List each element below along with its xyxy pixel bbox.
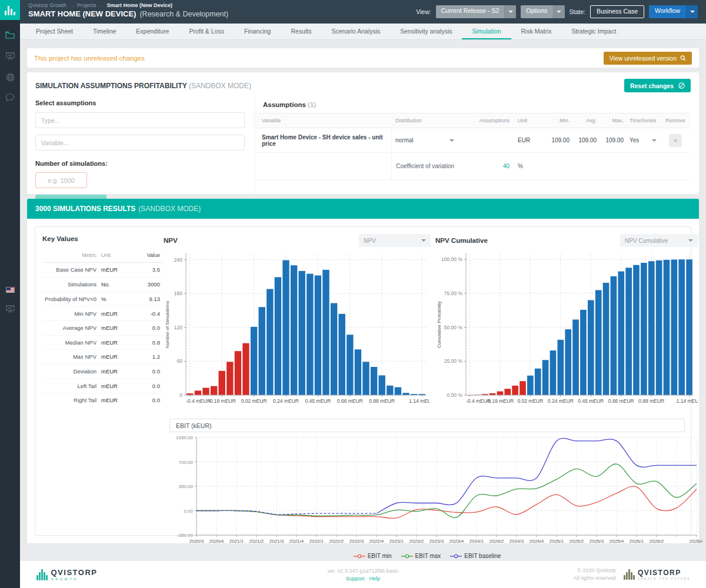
tab-financing[interactable]: Financing <box>234 24 281 39</box>
workflow-button[interactable]: Workflow <box>649 5 698 18</box>
footer-link-help[interactable]: Help <box>369 576 381 582</box>
reset-changes-button[interactable]: Reset changes <box>624 79 691 92</box>
assumptions-table-header: Variable Distribution Assumptions Unit M… <box>255 113 691 128</box>
language-us-flag-icon[interactable] <box>0 281 20 299</box>
projects-folder-icon[interactable] <box>0 26 20 44</box>
remove-assumption-button[interactable]: × <box>669 134 682 147</box>
breadcrumb-item[interactable]: Qvistorp Growth <box>28 2 66 8</box>
options-label: Options <box>521 5 552 18</box>
svg-text:0.66 mEUR: 0.66 mEUR <box>337 398 363 404</box>
results-banner-suffix: (SANDBOX MODE) <box>138 205 201 213</box>
assumption-variable: Smart Home Device - SH device sales - un… <box>255 128 392 152</box>
svg-text:2022/3: 2022/3 <box>349 539 364 544</box>
svg-text:75.00 %: 75.00 % <box>444 290 463 296</box>
chevron-down-icon <box>553 5 565 18</box>
tab-simulation[interactable]: Simulation <box>462 24 511 39</box>
chat-icon[interactable] <box>0 88 20 106</box>
num-simulations-label: Number of simulations: <box>35 160 245 167</box>
svg-text:350.00: 350.00 <box>179 484 194 489</box>
results-banner: 3000 SIMULATIONS RESULTS (SANDBOX MODE) <box>27 199 699 219</box>
chevron-down-icon <box>504 5 516 18</box>
svg-text:700.00: 700.00 <box>179 460 194 465</box>
key-value-row: Base Case NPVmEUR3.6 <box>42 263 162 278</box>
num-simulations-input[interactable] <box>35 172 87 188</box>
sidebar <box>0 0 20 588</box>
svg-text:2022/4: 2022/4 <box>369 539 384 544</box>
ebit-legend: EBIT min EBIT max EBIT baseline <box>169 553 685 559</box>
view-unreleased-button[interactable]: View unreleased version <box>604 52 692 65</box>
svg-text:60: 60 <box>177 358 183 364</box>
svg-text:2025/3: 2025/3 <box>590 539 604 544</box>
chevron-down-icon <box>686 5 698 18</box>
globe-icon[interactable] <box>0 68 20 86</box>
app-logo-icon[interactable] <box>0 0 20 20</box>
npv-chart-select[interactable]: NPV <box>359 234 431 247</box>
presentation-bottom-icon[interactable] <box>0 300 20 318</box>
svg-text:2021/1: 2021/1 <box>229 539 244 544</box>
assumption-avg: 109.00 <box>572 137 599 143</box>
tab-bar: Project SheetTimelineExpenditureProfit &… <box>20 24 706 40</box>
svg-text:2023/2: 2023/2 <box>409 539 424 544</box>
svg-text:0.45 mEUR: 0.45 mEUR <box>305 398 331 404</box>
legend-item[interactable]: EBIT max <box>401 553 441 559</box>
tab-timeline[interactable]: Timeline <box>83 24 126 39</box>
legend-item[interactable]: EBIT baseline <box>450 553 501 559</box>
tab-results[interactable]: Results <box>281 24 321 39</box>
svg-text:2022/1: 2022/1 <box>309 539 324 544</box>
tab-project-sheet[interactable]: Project Sheet <box>26 24 83 39</box>
coefficient-value[interactable]: 40 <box>458 163 514 169</box>
view-select[interactable]: Current Release - S2 <box>436 5 517 18</box>
npv-cumulative-select[interactable]: NPV Cumulative <box>620 234 698 247</box>
svg-text:2020/3: 2020/3 <box>189 539 204 544</box>
breadcrumb-item[interactable]: Smart Home (New Device) <box>107 2 173 8</box>
business-case-button[interactable]: Business Case <box>590 5 644 18</box>
tab-profit-loss[interactable]: Profit & Loss <box>179 24 234 39</box>
svg-text:-0.19 mEUR: -0.19 mEUR <box>487 398 514 404</box>
footer-link-support[interactable]: Support <box>346 576 365 582</box>
tab-scenario-analysis[interactable]: Scenario Analysis <box>321 24 390 39</box>
assumption-row: Smart Home Device - SH device sales - un… <box>255 128 691 153</box>
svg-text:2026/4: 2026/4 <box>690 539 702 544</box>
svg-text:Number of Simulations: Number of Simulations <box>165 301 170 349</box>
legend-marker-icon <box>450 553 462 559</box>
distribution-value: normal <box>395 137 414 143</box>
tab-sensitivity-analysis[interactable]: Sensitivity analysis <box>390 24 462 39</box>
distribution-select[interactable]: normal <box>392 137 458 143</box>
key-value-row: Left TailmEUR0.0 <box>42 378 162 393</box>
timeseries-select[interactable]: Yes <box>626 137 660 143</box>
footer-logo-text: QVISTORP <box>51 568 98 577</box>
tab-risk-matrix[interactable]: Risk Matrix <box>511 24 562 39</box>
logo-bars-icon <box>624 569 635 580</box>
key-value-row: Min NPVmEUR-0.4 <box>42 306 162 320</box>
ebit-chart: -350.000.00350.00700.001050.002020/32020… <box>169 434 702 549</box>
presentation-icon[interactable] <box>0 47 20 65</box>
svg-text:2025/2: 2025/2 <box>570 539 584 544</box>
type-input[interactable] <box>35 112 245 128</box>
npv-cumulative-chart: 0.00 %25.00 %50.00 %75.00 %100.00 %-0.4 … <box>435 248 698 408</box>
svg-text:2023/3: 2023/3 <box>429 539 444 544</box>
breadcrumb-item[interactable]: Projects <box>77 2 96 8</box>
qvistorp-logo[interactable]: QVISTORP CREATE THE FUTURE <box>624 569 691 580</box>
assumption-min: 109.00 <box>545 137 572 143</box>
svg-text:1.14 mEUR: 1.14 mEUR <box>677 398 698 404</box>
qvistorp-growth-logo[interactable]: QVISTORP GROWTH <box>36 568 97 581</box>
assumption-unit: EUR <box>514 137 545 143</box>
key-values-table: Key Values Metric Unit Value Base Case N… <box>42 234 162 410</box>
coefficient-row: Coefficient of variation 40 % <box>255 153 691 180</box>
key-value-row: SimulationsNo.3000 <box>42 277 162 292</box>
tab-strategic-impact[interactable]: Strategic Impact <box>561 24 626 39</box>
page-title: SMART HOME (NEW DEVICE) <box>28 9 136 18</box>
options-button[interactable]: Options <box>521 5 564 18</box>
assumptions-table: Assumptions (1) Variable Distribution As… <box>254 96 691 210</box>
key-value-row: Probability of NPV<0%9.13 <box>42 292 162 306</box>
section-title: SIMULATION ASSUMPTIONS PROFITABILITY (SA… <box>35 82 251 90</box>
chevron-down-icon <box>449 139 454 142</box>
svg-text:1.14 mEUR: 1.14 mEUR <box>409 398 429 404</box>
legend-item[interactable]: EBIT min <box>354 553 392 559</box>
variable-input[interactable] <box>35 135 245 151</box>
footer-links: Support · Help <box>327 576 398 582</box>
svg-text:-0.4 mEUR: -0.4 mEUR <box>186 398 211 404</box>
tab-expenditure[interactable]: Expenditure <box>126 24 179 39</box>
svg-text:2024/1: 2024/1 <box>469 539 484 544</box>
svg-text:2026/1: 2026/1 <box>630 539 644 544</box>
